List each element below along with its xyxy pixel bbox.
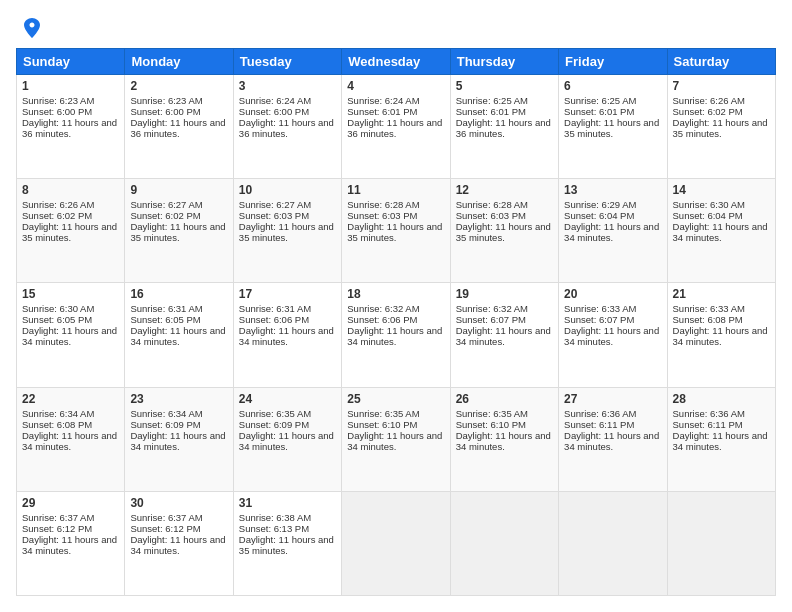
sunset: Sunset: 6:10 PM — [347, 419, 417, 430]
col-header-saturday: Saturday — [667, 49, 775, 75]
col-header-tuesday: Tuesday — [233, 49, 341, 75]
sunrise: Sunrise: 6:30 AM — [22, 303, 94, 314]
calendar-cell: 18Sunrise: 6:32 AMSunset: 6:06 PMDayligh… — [342, 283, 450, 387]
day-number: 25 — [347, 392, 444, 406]
calendar-cell: 17Sunrise: 6:31 AMSunset: 6:06 PMDayligh… — [233, 283, 341, 387]
calendar-cell: 21Sunrise: 6:33 AMSunset: 6:08 PMDayligh… — [667, 283, 775, 387]
day-number: 31 — [239, 496, 336, 510]
daylight: Daylight: 11 hours and 34 minutes. — [564, 221, 659, 243]
sunset: Sunset: 6:05 PM — [130, 314, 200, 325]
header — [16, 16, 776, 40]
day-number: 21 — [673, 287, 770, 301]
sunset: Sunset: 6:09 PM — [130, 419, 200, 430]
sunrise: Sunrise: 6:35 AM — [456, 408, 528, 419]
day-number: 28 — [673, 392, 770, 406]
sunset: Sunset: 6:00 PM — [239, 106, 309, 117]
sunset: Sunset: 6:12 PM — [22, 523, 92, 534]
day-number: 2 — [130, 79, 227, 93]
daylight: Daylight: 11 hours and 35 minutes. — [239, 221, 334, 243]
calendar-cell: 9Sunrise: 6:27 AMSunset: 6:02 PMDaylight… — [125, 179, 233, 283]
daylight: Daylight: 11 hours and 34 minutes. — [22, 325, 117, 347]
daylight: Daylight: 11 hours and 35 minutes. — [130, 221, 225, 243]
calendar-cell: 16Sunrise: 6:31 AMSunset: 6:05 PMDayligh… — [125, 283, 233, 387]
sunrise: Sunrise: 6:28 AM — [456, 199, 528, 210]
sunrise: Sunrise: 6:37 AM — [130, 512, 202, 523]
sunrise: Sunrise: 6:31 AM — [130, 303, 202, 314]
col-header-thursday: Thursday — [450, 49, 558, 75]
sunrise: Sunrise: 6:29 AM — [564, 199, 636, 210]
daylight: Daylight: 11 hours and 36 minutes. — [239, 117, 334, 139]
calendar-cell: 30Sunrise: 6:37 AMSunset: 6:12 PMDayligh… — [125, 491, 233, 595]
daylight: Daylight: 11 hours and 35 minutes. — [239, 534, 334, 556]
daylight: Daylight: 11 hours and 36 minutes. — [347, 117, 442, 139]
sunrise: Sunrise: 6:36 AM — [673, 408, 745, 419]
daylight: Daylight: 11 hours and 34 minutes. — [347, 325, 442, 347]
week-row-2: 8Sunrise: 6:26 AMSunset: 6:02 PMDaylight… — [17, 179, 776, 283]
calendar-cell: 5Sunrise: 6:25 AMSunset: 6:01 PMDaylight… — [450, 75, 558, 179]
col-header-friday: Friday — [559, 49, 667, 75]
sunrise: Sunrise: 6:25 AM — [564, 95, 636, 106]
sunrise: Sunrise: 6:26 AM — [22, 199, 94, 210]
day-number: 5 — [456, 79, 553, 93]
logo — [16, 16, 44, 40]
calendar-cell: 8Sunrise: 6:26 AMSunset: 6:02 PMDaylight… — [17, 179, 125, 283]
day-number: 18 — [347, 287, 444, 301]
calendar-cell: 26Sunrise: 6:35 AMSunset: 6:10 PMDayligh… — [450, 387, 558, 491]
calendar-cell: 23Sunrise: 6:34 AMSunset: 6:09 PMDayligh… — [125, 387, 233, 491]
sunrise: Sunrise: 6:23 AM — [130, 95, 202, 106]
sunrise: Sunrise: 6:33 AM — [564, 303, 636, 314]
calendar-cell: 12Sunrise: 6:28 AMSunset: 6:03 PMDayligh… — [450, 179, 558, 283]
daylight: Daylight: 11 hours and 35 minutes. — [564, 117, 659, 139]
sunset: Sunset: 6:11 PM — [564, 419, 634, 430]
col-header-wednesday: Wednesday — [342, 49, 450, 75]
sunset: Sunset: 6:01 PM — [456, 106, 526, 117]
sunrise: Sunrise: 6:32 AM — [347, 303, 419, 314]
sunset: Sunset: 6:09 PM — [239, 419, 309, 430]
daylight: Daylight: 11 hours and 36 minutes. — [22, 117, 117, 139]
day-number: 3 — [239, 79, 336, 93]
day-number: 6 — [564, 79, 661, 93]
sunset: Sunset: 6:02 PM — [673, 106, 743, 117]
sunrise: Sunrise: 6:31 AM — [239, 303, 311, 314]
calendar-cell: 20Sunrise: 6:33 AMSunset: 6:07 PMDayligh… — [559, 283, 667, 387]
calendar-cell: 19Sunrise: 6:32 AMSunset: 6:07 PMDayligh… — [450, 283, 558, 387]
calendar-cell: 31Sunrise: 6:38 AMSunset: 6:13 PMDayligh… — [233, 491, 341, 595]
sunrise: Sunrise: 6:24 AM — [347, 95, 419, 106]
daylight: Daylight: 11 hours and 34 minutes. — [673, 325, 768, 347]
calendar-cell: 24Sunrise: 6:35 AMSunset: 6:09 PMDayligh… — [233, 387, 341, 491]
daylight: Daylight: 11 hours and 34 minutes. — [239, 325, 334, 347]
sunset: Sunset: 6:00 PM — [130, 106, 200, 117]
sunset: Sunset: 6:10 PM — [456, 419, 526, 430]
sunrise: Sunrise: 6:24 AM — [239, 95, 311, 106]
sunrise: Sunrise: 6:35 AM — [347, 408, 419, 419]
daylight: Daylight: 11 hours and 35 minutes. — [22, 221, 117, 243]
daylight: Daylight: 11 hours and 34 minutes. — [347, 430, 442, 452]
week-row-5: 29Sunrise: 6:37 AMSunset: 6:12 PMDayligh… — [17, 491, 776, 595]
sunrise: Sunrise: 6:36 AM — [564, 408, 636, 419]
col-header-sunday: Sunday — [17, 49, 125, 75]
sunset: Sunset: 6:06 PM — [239, 314, 309, 325]
logo-icon — [20, 16, 44, 40]
daylight: Daylight: 11 hours and 34 minutes. — [673, 221, 768, 243]
daylight: Daylight: 11 hours and 34 minutes. — [22, 430, 117, 452]
sunset: Sunset: 6:01 PM — [347, 106, 417, 117]
daylight: Daylight: 11 hours and 34 minutes. — [673, 430, 768, 452]
sunset: Sunset: 6:12 PM — [130, 523, 200, 534]
daylight: Daylight: 11 hours and 34 minutes. — [130, 325, 225, 347]
calendar-table: SundayMondayTuesdayWednesdayThursdayFrid… — [16, 48, 776, 596]
calendar-cell: 14Sunrise: 6:30 AMSunset: 6:04 PMDayligh… — [667, 179, 775, 283]
calendar-cell: 4Sunrise: 6:24 AMSunset: 6:01 PMDaylight… — [342, 75, 450, 179]
calendar-cell: 1Sunrise: 6:23 AMSunset: 6:00 PMDaylight… — [17, 75, 125, 179]
day-number: 17 — [239, 287, 336, 301]
sunset: Sunset: 6:04 PM — [673, 210, 743, 221]
sunset: Sunset: 6:06 PM — [347, 314, 417, 325]
sunrise: Sunrise: 6:34 AM — [130, 408, 202, 419]
calendar-cell: 10Sunrise: 6:27 AMSunset: 6:03 PMDayligh… — [233, 179, 341, 283]
sunset: Sunset: 6:08 PM — [22, 419, 92, 430]
sunset: Sunset: 6:04 PM — [564, 210, 634, 221]
daylight: Daylight: 11 hours and 35 minutes. — [456, 221, 551, 243]
daylight: Daylight: 11 hours and 34 minutes. — [22, 534, 117, 556]
day-number: 20 — [564, 287, 661, 301]
sunset: Sunset: 6:13 PM — [239, 523, 309, 534]
day-number: 15 — [22, 287, 119, 301]
